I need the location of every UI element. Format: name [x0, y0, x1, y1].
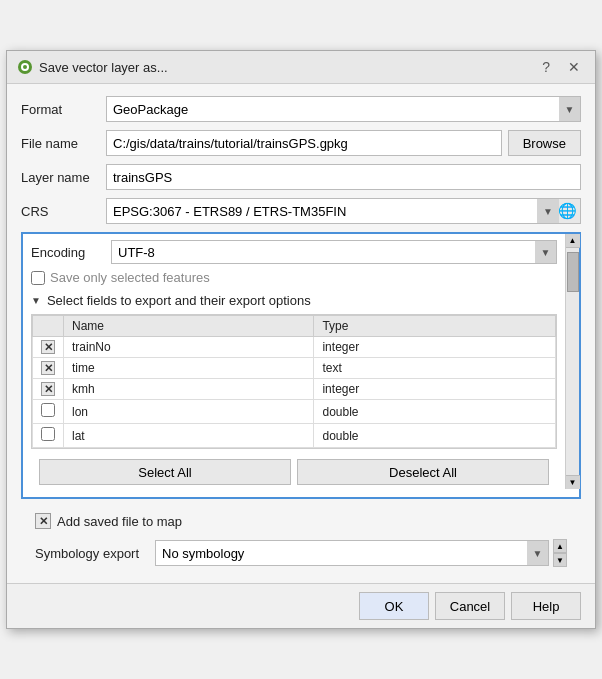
field-unchecked-checkbox[interactable]	[41, 403, 55, 417]
save-selected-row: Save only selected features	[23, 268, 565, 289]
field-type-cell: text	[314, 358, 556, 379]
col-type-header: Type	[314, 316, 556, 337]
field-name-cell: kmh	[64, 379, 314, 400]
field-checkbox-cell-2[interactable]: ✕	[33, 379, 64, 400]
format-select-wrapper: GeoPackage ▼	[106, 96, 581, 122]
symbology-select-wrapper: No symbology ▼	[155, 540, 549, 566]
table-row: latdouble	[33, 424, 556, 448]
field-checked-icon[interactable]: ✕	[41, 340, 55, 354]
field-name-cell: trainNo	[64, 337, 314, 358]
sym-scroll-up-button[interactable]: ▲	[553, 539, 567, 553]
scroll-up-button[interactable]: ▲	[566, 234, 580, 248]
encoding-row: Encoding UTF-8 ▼	[23, 234, 565, 268]
field-type-cell: double	[314, 400, 556, 424]
field-action-buttons: Select All Deselect All	[31, 455, 557, 485]
format-row: Format GeoPackage ▼	[21, 96, 581, 122]
scroll-thumb[interactable]	[567, 252, 579, 292]
save-selected-checkbox[interactable]	[31, 271, 45, 285]
crs-select-wrapper: EPSG:3067 - ETRS89 / ETRS-TM35FIN ▼ 🌐	[106, 198, 581, 224]
crs-label: CRS	[21, 204, 106, 219]
field-name-cell: time	[64, 358, 314, 379]
help-title-button[interactable]: ?	[537, 57, 555, 77]
field-name-cell: lat	[64, 424, 314, 448]
fields-section: ▼ Select fields to export and their expo…	[23, 289, 565, 489]
encoding-select-wrapper: UTF-8 ▼	[111, 240, 557, 264]
symbology-row: Symbology export No symbology ▼ ▲ ▼	[21, 535, 581, 571]
encoding-select[interactable]: UTF-8	[111, 240, 557, 264]
field-type-cell: integer	[314, 379, 556, 400]
fields-table-wrapper: Name Type ✕trainNointeger✕timetext✕kmhin…	[31, 314, 557, 449]
field-unchecked-checkbox[interactable]	[41, 427, 55, 441]
crs-row: CRS EPSG:3067 - ETRS89 / ETRS-TM35FIN ▼ …	[21, 198, 581, 224]
filename-label: File name	[21, 136, 106, 151]
field-checkbox-cell-3[interactable]	[33, 400, 64, 424]
format-select[interactable]: GeoPackage	[106, 96, 581, 122]
field-checked-icon[interactable]: ✕	[41, 382, 55, 396]
crs-select[interactable]: EPSG:3067 - ETRS89 / ETRS-TM35FIN	[106, 198, 553, 224]
field-name-cell: lon	[64, 400, 314, 424]
table-row: ✕kmhinteger	[33, 379, 556, 400]
layername-row: Layer name	[21, 164, 581, 190]
add-to-map-label: Add saved file to map	[57, 514, 182, 529]
inner-panel-scrollable: Encoding UTF-8 ▼ Save only selected feat…	[23, 234, 579, 489]
browse-button[interactable]: Browse	[508, 130, 581, 156]
title-bar-left: Save vector layer as...	[17, 59, 168, 75]
crs-globe-button[interactable]: 🌐	[553, 198, 581, 224]
cancel-button[interactable]: Cancel	[435, 592, 505, 620]
inner-panel: Encoding UTF-8 ▼ Save only selected feat…	[21, 232, 581, 499]
select-all-button[interactable]: Select All	[39, 459, 291, 485]
field-checkbox-cell-1[interactable]: ✕	[33, 358, 64, 379]
table-row: londouble	[33, 400, 556, 424]
format-label: Format	[21, 102, 106, 117]
scroll-down-button[interactable]: ▼	[566, 475, 580, 489]
symbology-side-scroll: ▲ ▼	[553, 539, 567, 567]
title-bar-right: ? ✕	[537, 57, 585, 77]
layername-input[interactable]	[106, 164, 581, 190]
field-type-cell: integer	[314, 337, 556, 358]
dialog-title: Save vector layer as...	[39, 60, 168, 75]
fields-table-header-row: Name Type	[33, 316, 556, 337]
table-row: ✕trainNointeger	[33, 337, 556, 358]
side-scrollbar[interactable]: ▲ ▼	[565, 234, 579, 489]
field-checkbox-cell-4[interactable]	[33, 424, 64, 448]
app-icon	[17, 59, 33, 75]
field-checked-icon[interactable]: ✕	[41, 361, 55, 375]
fields-section-title: Select fields to export and their export…	[47, 293, 311, 308]
filename-row: File name Browse	[21, 130, 581, 156]
deselect-all-button[interactable]: Deselect All	[297, 459, 549, 485]
title-bar: Save vector layer as... ? ✕	[7, 51, 595, 84]
encoding-label: Encoding	[31, 245, 111, 260]
save-selected-label: Save only selected features	[50, 270, 210, 285]
field-type-cell: double	[314, 424, 556, 448]
dialog-footer: OK Cancel Help	[7, 583, 595, 628]
col-name-header: Name	[64, 316, 314, 337]
svg-point-2	[23, 65, 27, 69]
table-row: ✕timetext	[33, 358, 556, 379]
add-to-map-row: ✕ Add saved file to map	[21, 507, 581, 535]
filename-input[interactable]	[106, 130, 502, 156]
symbology-label: Symbology export	[35, 546, 155, 561]
collapse-arrow-icon: ▼	[31, 295, 41, 306]
layername-label: Layer name	[21, 170, 106, 185]
help-button[interactable]: Help	[511, 592, 581, 620]
close-title-button[interactable]: ✕	[563, 57, 585, 77]
symbology-select[interactable]: No symbology	[155, 540, 549, 566]
inner-panel-content: Encoding UTF-8 ▼ Save only selected feat…	[23, 234, 565, 489]
field-checkbox-cell-0[interactable]: ✕	[33, 337, 64, 358]
dialog-body: Format GeoPackage ▼ File name Browse Lay…	[7, 84, 595, 583]
fields-header[interactable]: ▼ Select fields to export and their expo…	[31, 293, 557, 308]
ok-button[interactable]: OK	[359, 592, 429, 620]
sym-scroll-down-button[interactable]: ▼	[553, 553, 567, 567]
save-vector-dialog: Save vector layer as... ? ✕ Format GeoPa…	[6, 50, 596, 629]
fields-table: Name Type ✕trainNointeger✕timetext✕kmhin…	[32, 315, 556, 448]
col-checkbox-header	[33, 316, 64, 337]
add-to-map-checked-icon: ✕	[35, 513, 51, 529]
